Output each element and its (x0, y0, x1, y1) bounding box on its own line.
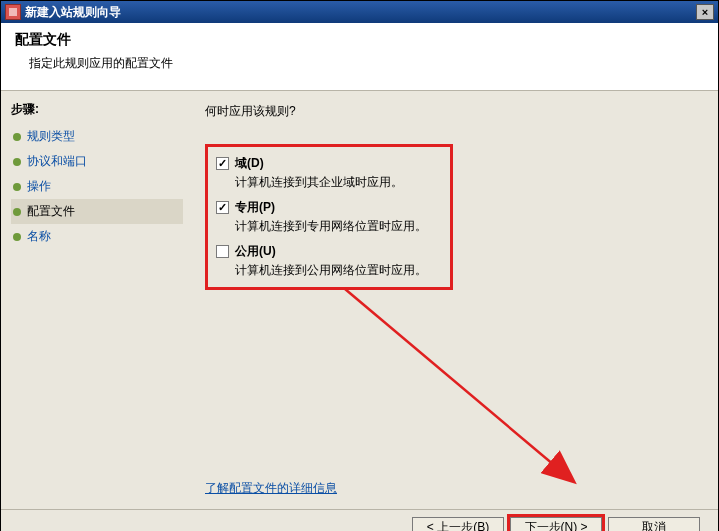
step-label: 名称 (27, 228, 51, 245)
main-panel: 何时应用该规则? 域(D) 计算机连接到其企业域时应用。 专用(P) 计算机连接… (189, 91, 718, 509)
step-name[interactable]: 名称 (11, 224, 183, 249)
bullet-icon (13, 233, 21, 241)
profile-head: 公用(U) (216, 243, 434, 260)
back-button[interactable]: < 上一步(B) (412, 517, 504, 532)
profile-head: 域(D) (216, 155, 434, 172)
profile-public: 公用(U) 计算机连接到公用网络位置时应用。 (216, 243, 434, 279)
next-button[interactable]: 下一步(N) > (510, 517, 602, 532)
step-rule-type[interactable]: 规则类型 (11, 124, 183, 149)
cancel-button[interactable]: 取消 (608, 517, 700, 532)
profile-label-domain: 域(D) (235, 155, 264, 172)
bullet-icon (13, 133, 21, 141)
step-action[interactable]: 操作 (11, 174, 183, 199)
step-profile[interactable]: 配置文件 (11, 199, 183, 224)
bullet-icon (13, 183, 21, 191)
titlebar: 新建入站规则向导 × (1, 1, 718, 23)
bullet-icon (13, 208, 21, 216)
profile-desc-domain: 计算机连接到其企业域时应用。 (235, 174, 434, 191)
window-title: 新建入站规则向导 (25, 4, 696, 21)
checkbox-public[interactable] (216, 245, 229, 258)
profile-private: 专用(P) 计算机连接到专用网络位置时应用。 (216, 199, 434, 235)
checkbox-private[interactable] (216, 201, 229, 214)
step-label: 协议和端口 (27, 153, 87, 170)
wizard-footer: < 上一步(B) 下一步(N) > 取消 (1, 509, 718, 531)
steps-title: 步骤: (11, 101, 183, 118)
wizard-window: 新建入站规则向导 × 配置文件 指定此规则应用的配置文件 步骤: 规则类型 协议… (0, 0, 719, 531)
step-label: 规则类型 (27, 128, 75, 145)
profile-desc-public: 计算机连接到公用网络位置时应用。 (235, 262, 434, 279)
steps-sidebar: 步骤: 规则类型 协议和端口 操作 配置文件 名称 (1, 91, 189, 509)
wizard-body: 步骤: 规则类型 协议和端口 操作 配置文件 名称 何时 (1, 91, 718, 509)
profiles-highlight-box: 域(D) 计算机连接到其企业域时应用。 专用(P) 计算机连接到专用网络位置时应… (205, 144, 453, 290)
app-icon (5, 4, 21, 20)
profile-domain: 域(D) 计算机连接到其企业域时应用。 (216, 155, 434, 191)
profile-desc-private: 计算机连接到专用网络位置时应用。 (235, 218, 434, 235)
page-subtitle: 指定此规则应用的配置文件 (29, 55, 704, 72)
step-label: 配置文件 (27, 203, 75, 220)
wizard-header: 配置文件 指定此规则应用的配置文件 (1, 23, 718, 91)
close-button[interactable]: × (696, 4, 714, 20)
bullet-icon (13, 158, 21, 166)
learn-more-link[interactable]: 了解配置文件的详细信息 (205, 480, 337, 497)
step-label: 操作 (27, 178, 51, 195)
checkbox-domain[interactable] (216, 157, 229, 170)
profile-label-public: 公用(U) (235, 243, 276, 260)
profile-head: 专用(P) (216, 199, 434, 216)
step-protocol-port[interactable]: 协议和端口 (11, 149, 183, 174)
page-title: 配置文件 (15, 31, 704, 49)
profile-label-private: 专用(P) (235, 199, 275, 216)
question-text: 何时应用该规则? (205, 103, 694, 120)
